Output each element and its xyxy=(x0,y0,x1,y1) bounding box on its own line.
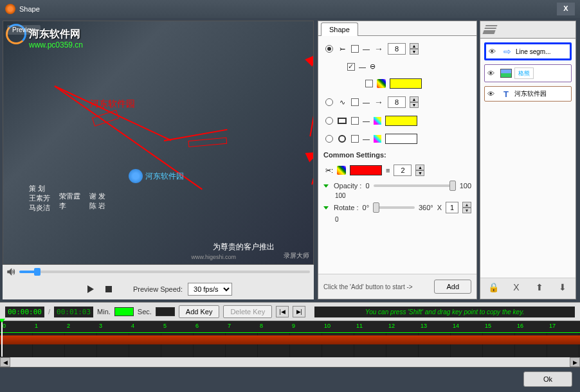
radio-circle[interactable] xyxy=(325,135,333,143)
spin-up[interactable]: ▲ xyxy=(415,165,424,170)
lock-button[interactable]: 🔒 xyxy=(487,282,500,295)
prev-key-button[interactable]: |◀ xyxy=(276,306,289,317)
visibility-icon[interactable] xyxy=(489,48,499,55)
slider-thumb[interactable] xyxy=(373,202,379,213)
tab-shape[interactable]: Shape xyxy=(321,22,358,36)
color-picker-icon[interactable] xyxy=(337,166,346,175)
timeline-clip[interactable] xyxy=(0,335,580,344)
spin-down[interactable]: ▼ xyxy=(415,170,424,176)
radio-rect[interactable] xyxy=(325,117,333,125)
scroll-right[interactable]: ▶ xyxy=(570,357,580,367)
delete-key-button[interactable]: Delete Key xyxy=(223,305,272,318)
expand-icon[interactable] xyxy=(323,206,329,209)
visibility-icon[interactable] xyxy=(487,90,498,98)
opacity-slider[interactable] xyxy=(374,184,456,187)
current-time: 00:00:00 xyxy=(5,307,44,317)
spin-down[interactable]: ▼ xyxy=(410,102,419,108)
layer-item-image[interactable]: 格熊 xyxy=(484,64,572,82)
tick: 16 xyxy=(517,323,523,329)
spin-up[interactable]: ▲ xyxy=(410,96,419,102)
preview-panel: 河东软件网 www.pc0359.cn 河东软件园 河东软件园 xyxy=(0,18,316,302)
ok-button[interactable]: Ok xyxy=(523,371,572,387)
color-picker-icon[interactable] xyxy=(377,79,386,88)
shape-rect[interactable] xyxy=(188,138,228,147)
play-button[interactable] xyxy=(84,283,97,296)
next-key-button[interactable]: ▶| xyxy=(293,306,305,317)
layers-icon xyxy=(482,25,497,34)
volume-thumb[interactable] xyxy=(34,268,41,276)
app-icon xyxy=(5,4,15,14)
timeline[interactable]: 01234567891011121314151617 xyxy=(0,321,580,357)
center-text: 河东软件园 xyxy=(145,171,184,182)
rect-icon xyxy=(337,116,347,126)
min-indicator[interactable] xyxy=(114,307,134,316)
opacity-min: 0 xyxy=(365,182,369,190)
layer-item-line[interactable]: Line segm... xyxy=(484,42,572,60)
shape-rect[interactable] xyxy=(92,110,119,127)
fps-select[interactable]: 30 fps/s xyxy=(188,283,232,296)
spin-up[interactable]: ▲ xyxy=(410,43,419,49)
curve-size-input[interactable] xyxy=(388,96,406,108)
checkbox-fill[interactable] xyxy=(365,80,373,87)
red-arrow-line xyxy=(309,73,313,137)
subtitle-text: 马炎洁 xyxy=(29,203,50,213)
radio-arrow[interactable] xyxy=(325,45,333,53)
checkbox-rect-fill[interactable] xyxy=(351,117,359,125)
layer-item-text[interactable]: 河东软件园 xyxy=(484,86,572,102)
scroll-left[interactable]: ◀ xyxy=(0,357,10,367)
color-swatch[interactable] xyxy=(390,78,422,89)
add-button[interactable]: Add xyxy=(434,280,471,294)
expand-icon[interactable] xyxy=(323,184,329,188)
checkbox-arrow-start[interactable] xyxy=(351,45,359,53)
line-color-swatch[interactable] xyxy=(350,165,382,175)
tick: 13 xyxy=(421,323,427,329)
checkbox-circle-fill[interactable] xyxy=(351,135,359,143)
rotate-value: 0 xyxy=(335,216,471,223)
tick: 7 xyxy=(228,323,231,329)
spinner[interactable]: ▲ ▼ xyxy=(462,202,471,213)
color-swatch[interactable] xyxy=(385,116,417,126)
volume-icon[interactable] xyxy=(6,267,15,276)
arrow-size-input[interactable] xyxy=(388,43,406,55)
stop-button[interactable] xyxy=(102,283,115,296)
color-swatch[interactable] xyxy=(385,134,417,144)
preview-box[interactable]: 河东软件网 www.pc0359.cn 河东软件园 河东软件园 xyxy=(3,21,314,265)
timeline-track[interactable] xyxy=(0,333,580,357)
checkbox-curve-start[interactable] xyxy=(351,98,359,106)
slider-thumb[interactable] xyxy=(449,181,456,191)
bottom-text: 为尊贵的客户推出 xyxy=(213,242,275,253)
spin-up[interactable]: ▲ xyxy=(462,202,471,208)
arrow-sub-row: — ⊖ xyxy=(345,60,471,73)
playhead[interactable] xyxy=(1,321,3,357)
close-button[interactable]: X xyxy=(557,3,575,15)
red-arrow-annotation xyxy=(305,50,313,66)
center-watermark: 河东软件园 xyxy=(129,169,184,183)
line-width-input[interactable] xyxy=(394,165,412,176)
sec-indicator[interactable] xyxy=(156,307,175,316)
spinner[interactable]: ▲ ▼ xyxy=(410,43,419,55)
timeline-ruler[interactable]: 01234567891011121314151617 xyxy=(0,321,580,333)
tick: 14 xyxy=(453,323,459,329)
spinner[interactable]: ▲ ▼ xyxy=(410,96,419,108)
dash-icon: — xyxy=(363,98,370,106)
move-up-button[interactable]: ⬆ xyxy=(533,282,546,295)
arrowhead-icon xyxy=(374,44,384,54)
speed-label: Preview Speed: xyxy=(133,285,183,293)
delete-layer-button[interactable]: X xyxy=(510,282,523,295)
move-down-button[interactable]: ⬇ xyxy=(556,282,569,295)
main-area: 河东软件网 www.pc0359.cn 河东软件园 河东软件园 xyxy=(0,18,580,302)
rotate-slider[interactable] xyxy=(373,206,415,209)
checkbox-line-dash[interactable] xyxy=(347,63,355,71)
circle-row: — xyxy=(323,132,471,146)
scroll-track[interactable] xyxy=(10,357,570,367)
radio-curve[interactable] xyxy=(325,98,333,106)
horizontal-scrollbar[interactable]: ◀ ▶ xyxy=(0,357,580,367)
volume-slider[interactable] xyxy=(19,271,310,273)
spin-down[interactable]: ▼ xyxy=(410,49,419,55)
visibility-icon[interactable] xyxy=(487,69,498,77)
spin-down[interactable]: ▼ xyxy=(462,208,471,213)
shape-panel: Shape ⤚ — ▲ ▼ — ⊖ xyxy=(318,21,477,299)
rotate-mult-input[interactable] xyxy=(446,202,458,213)
add-key-button[interactable]: Add Key xyxy=(179,305,220,318)
spinner[interactable]: ▲ ▼ xyxy=(415,165,424,176)
